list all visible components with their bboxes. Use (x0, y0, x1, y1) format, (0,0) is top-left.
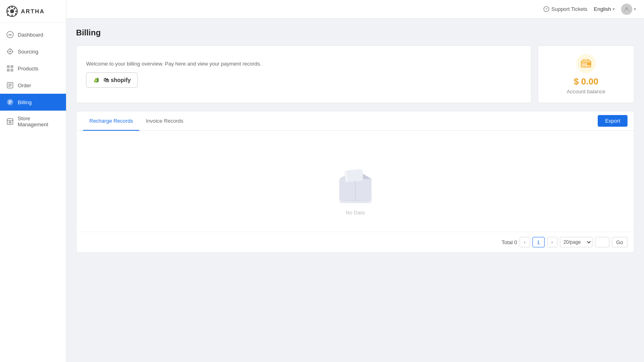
svg-rect-5 (15, 11, 17, 12)
store-icon (6, 118, 14, 125)
topbar: ? Support Tickets English ▾ ▾ (66, 0, 644, 19)
user-menu[interactable]: ▾ (621, 4, 636, 15)
tabs-section: Recharge Records Invoice Records Export (76, 111, 634, 253)
current-page-input[interactable] (533, 237, 545, 247)
svg-rect-18 (7, 65, 10, 68)
products-label: Products (18, 66, 38, 72)
dashboard-label: Dashboard (18, 32, 43, 38)
page-content: Billing Welcome to your billing overview… (66, 19, 644, 362)
empty-box-icon (327, 155, 384, 203)
svg-point-13 (9, 51, 11, 52)
user-avatar[interactable] (621, 4, 632, 15)
order-icon (6, 82, 14, 89)
language-label: English (594, 6, 611, 12)
billing-overview: Welcome to your billing overview. Pay he… (76, 45, 634, 103)
support-icon: ? (543, 6, 549, 12)
language-chevron: ▾ (613, 7, 615, 11)
sourcing-label: Sourcing (18, 49, 38, 55)
balance-label: Account balance (567, 88, 605, 95)
svg-text:?: ? (545, 7, 547, 11)
svg-point-11 (10, 35, 10, 36)
tabs-list: Recharge Records Invoice Records (83, 111, 190, 130)
products-icon (6, 65, 14, 72)
user-icon (623, 6, 630, 12)
svg-rect-2 (12, 6, 13, 8)
goto-page-button[interactable]: Go (612, 237, 627, 247)
page-title: Billing (76, 28, 634, 37)
shopify-logo-icon (93, 76, 101, 84)
sidebar-item-billing[interactable]: Billing (0, 94, 66, 111)
support-tickets-link[interactable]: ? Support Tickets (543, 6, 588, 12)
sourcing-icon (6, 48, 14, 55)
tab-recharge-records[interactable]: Recharge Records (83, 111, 139, 131)
sidebar-item-sourcing[interactable]: Sourcing (0, 43, 66, 60)
billing-welcome-card: Welcome to your billing overview. Pay he… (76, 45, 531, 103)
welcome-text: Welcome to your billing overview. Pay he… (86, 61, 261, 67)
welcome-content: Welcome to your billing overview. Pay he… (86, 61, 261, 88)
logo: ARTHA (0, 0, 66, 23)
billing-icon (6, 99, 14, 106)
balance-icon-wrap (576, 54, 596, 73)
sidebar: ARTHA Dashboard Sourcing (0, 0, 66, 362)
account-balance-card: $ 0.00 Account balance (538, 45, 634, 103)
user-chevron: ▾ (634, 7, 636, 11)
svg-point-10 (7, 31, 13, 38)
svg-rect-44 (347, 170, 363, 181)
balance-amount: $ 0.00 (574, 76, 598, 87)
pagination-bar: Total 0 ‹ › 20/page 50/page 100/page Go (76, 232, 634, 252)
brand-name: ARTHA (21, 8, 45, 14)
next-page-button[interactable]: › (547, 237, 557, 247)
billing-label: Billing (18, 99, 32, 105)
main-area: ? Support Tickets English ▾ ▾ Billing (66, 0, 644, 362)
svg-rect-34 (587, 63, 590, 65)
dashboard-icon (6, 31, 14, 38)
shopify-button[interactable]: 🛍 shopify (86, 72, 138, 88)
goto-page-input[interactable] (595, 237, 609, 247)
sidebar-item-products[interactable]: Products (0, 60, 66, 77)
total-count: Total 0 (502, 239, 517, 245)
svg-rect-20 (7, 69, 10, 72)
order-label: Order (18, 82, 31, 88)
svg-rect-4 (7, 11, 9, 12)
wallet-icon (581, 59, 591, 68)
support-tickets-label: Support Tickets (551, 6, 588, 12)
store-management-label: Store Management (18, 115, 60, 128)
svg-point-1 (10, 9, 14, 13)
svg-rect-7 (13, 8, 16, 10)
sidebar-item-store-management[interactable]: Store Management (0, 111, 66, 132)
export-button[interactable]: Export (598, 115, 627, 127)
svg-rect-3 (12, 14, 13, 16)
sidebar-nav: Dashboard Sourcing Products (0, 23, 66, 362)
svg-rect-21 (10, 69, 13, 72)
no-data-label: No Data (346, 210, 365, 216)
shopify-label: 🛍 shopify (103, 77, 131, 83)
tabs-header: Recharge Records Invoice Records Export (76, 111, 634, 131)
sidebar-item-dashboard[interactable]: Dashboard (0, 26, 66, 43)
svg-rect-19 (10, 65, 13, 68)
empty-state: No Data (76, 131, 634, 232)
sidebar-item-order[interactable]: Order (0, 77, 66, 94)
prev-page-button[interactable]: ‹ (520, 237, 530, 247)
per-page-select[interactable]: 20/page 50/page 100/page (560, 237, 592, 247)
tab-invoice-records[interactable]: Invoice Records (139, 111, 190, 131)
artha-logo-icon (6, 6, 18, 17)
language-selector[interactable]: English ▾ (594, 6, 615, 12)
